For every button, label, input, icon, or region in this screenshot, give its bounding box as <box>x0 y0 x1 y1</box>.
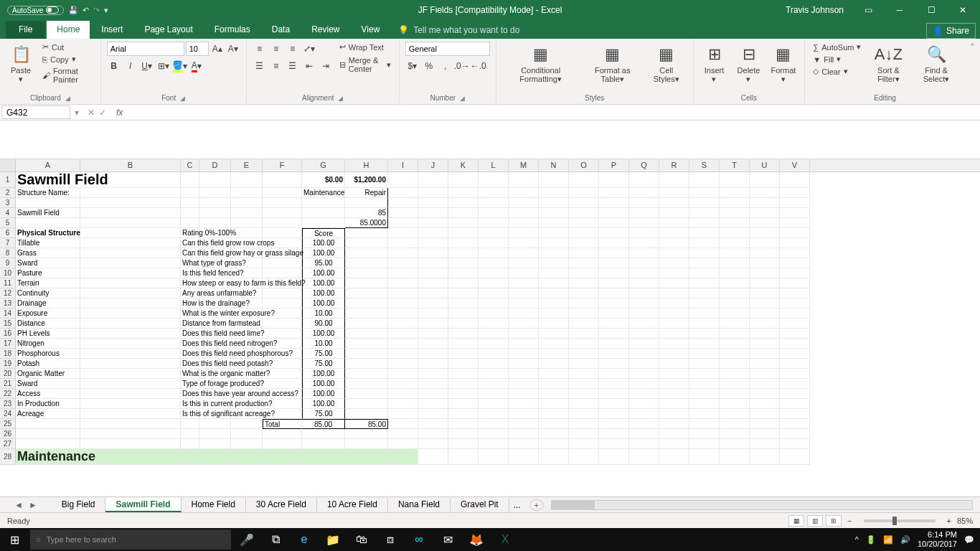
cell[interactable] <box>720 288 750 298</box>
cell[interactable]: Does this field need phosphorous? <box>181 349 199 359</box>
conditional-formatting-button[interactable]: ▦Conditional Formatting▾ <box>502 42 580 85</box>
column-header[interactable]: S <box>689 159 720 171</box>
cell[interactable] <box>345 349 388 359</box>
cell[interactable] <box>418 218 448 228</box>
cell[interactable] <box>539 449 569 465</box>
row-header[interactable]: 6 <box>0 228 16 238</box>
cell[interactable] <box>388 309 418 319</box>
cell[interactable] <box>302 218 345 228</box>
cell[interactable] <box>780 429 810 439</box>
cell[interactable] <box>780 389 810 399</box>
row-header[interactable]: 28 <box>0 449 16 465</box>
cell[interactable] <box>80 349 181 359</box>
sort-filter-button[interactable]: A↓ZSort & Filter▾ <box>867 42 909 85</box>
cell[interactable] <box>80 258 181 268</box>
cell[interactable] <box>418 399 448 409</box>
cell[interactable] <box>388 319 418 329</box>
ribbon-options-icon[interactable]: ▭ <box>855 0 881 20</box>
cell[interactable] <box>263 228 302 238</box>
cell[interactable] <box>569 258 599 268</box>
cell[interactable] <box>569 208 599 218</box>
cell[interactable] <box>199 218 231 228</box>
cell[interactable] <box>345 309 388 319</box>
cell[interactable]: Type of forage produced? <box>181 379 199 389</box>
notifications-icon[interactable]: 💬 <box>964 535 974 545</box>
cell[interactable] <box>80 278 181 288</box>
mail-icon[interactable]: ✉ <box>433 528 462 551</box>
cell[interactable] <box>345 298 388 309</box>
cell[interactable] <box>599 278 629 288</box>
cell[interactable] <box>388 218 418 228</box>
cell[interactable] <box>569 238 599 248</box>
cell[interactable]: 100.00 <box>302 268 345 278</box>
cell[interactable] <box>569 379 599 389</box>
cell[interactable] <box>479 188 509 198</box>
cell[interactable] <box>629 268 659 278</box>
cancel-formula-icon[interactable]: ✕ <box>88 108 95 118</box>
cell[interactable] <box>539 218 569 228</box>
cell[interactable] <box>629 379 659 389</box>
cell[interactable] <box>302 429 345 439</box>
cell[interactable] <box>659 309 689 319</box>
cell[interactable] <box>509 309 539 319</box>
cell[interactable] <box>569 172 599 188</box>
cell[interactable] <box>689 188 720 198</box>
cell[interactable] <box>418 349 448 359</box>
cell[interactable] <box>418 208 448 218</box>
cell[interactable]: 100.00 <box>302 329 345 339</box>
cell[interactable] <box>689 248 720 258</box>
cell[interactable] <box>418 278 448 288</box>
cell[interactable] <box>231 429 263 439</box>
cell[interactable] <box>509 258 539 268</box>
font-size-input[interactable] <box>186 42 209 56</box>
cell[interactable] <box>509 389 539 399</box>
cell[interactable] <box>345 288 388 298</box>
cell[interactable] <box>659 419 689 429</box>
tab-view[interactable]: View <box>352 21 390 39</box>
cell[interactable] <box>448 399 479 409</box>
cell[interactable]: Maintenance <box>16 449 418 465</box>
cell[interactable] <box>750 228 780 238</box>
cell[interactable] <box>599 288 629 298</box>
cell[interactable] <box>479 288 509 298</box>
cell[interactable] <box>539 389 569 399</box>
cell[interactable] <box>629 349 659 359</box>
cell[interactable] <box>345 278 388 288</box>
cell[interactable] <box>509 449 539 465</box>
cell[interactable] <box>659 258 689 268</box>
cell[interactable] <box>509 349 539 359</box>
cell[interactable] <box>509 188 539 198</box>
cell[interactable] <box>345 248 388 258</box>
cell[interactable] <box>599 419 629 429</box>
row-header[interactable]: 27 <box>0 439 16 449</box>
paste-button[interactable]: 📋 Paste▾ <box>6 42 36 85</box>
tab-data[interactable]: Data <box>262 21 300 39</box>
row-header[interactable]: 5 <box>0 218 16 228</box>
cell[interactable] <box>479 349 509 359</box>
cell[interactable] <box>780 218 810 228</box>
cell[interactable] <box>181 188 199 198</box>
cell[interactable] <box>388 419 418 429</box>
cell[interactable]: $1,200.00 <box>345 172 388 188</box>
cell[interactable] <box>199 198 231 208</box>
cell[interactable] <box>263 268 302 278</box>
cell[interactable] <box>388 369 418 379</box>
cell[interactable] <box>780 198 810 208</box>
cell[interactable] <box>418 238 448 248</box>
row-header[interactable]: 7 <box>0 238 16 248</box>
tab-insert[interactable]: Insert <box>91 21 133 39</box>
cell[interactable] <box>418 319 448 329</box>
cell[interactable] <box>479 399 509 409</box>
cell[interactable] <box>263 298 302 309</box>
column-header[interactable]: Q <box>629 159 659 171</box>
cell[interactable] <box>629 369 659 379</box>
cell[interactable] <box>231 198 263 208</box>
cell[interactable] <box>720 349 750 359</box>
task-view-icon[interactable]: ⧉ <box>261 528 290 551</box>
cell[interactable] <box>181 208 199 218</box>
cell[interactable] <box>16 439 80 449</box>
row-header[interactable]: 1 <box>0 172 16 188</box>
cell[interactable] <box>199 188 231 198</box>
column-header[interactable]: H <box>345 159 388 171</box>
cell[interactable] <box>345 369 388 379</box>
